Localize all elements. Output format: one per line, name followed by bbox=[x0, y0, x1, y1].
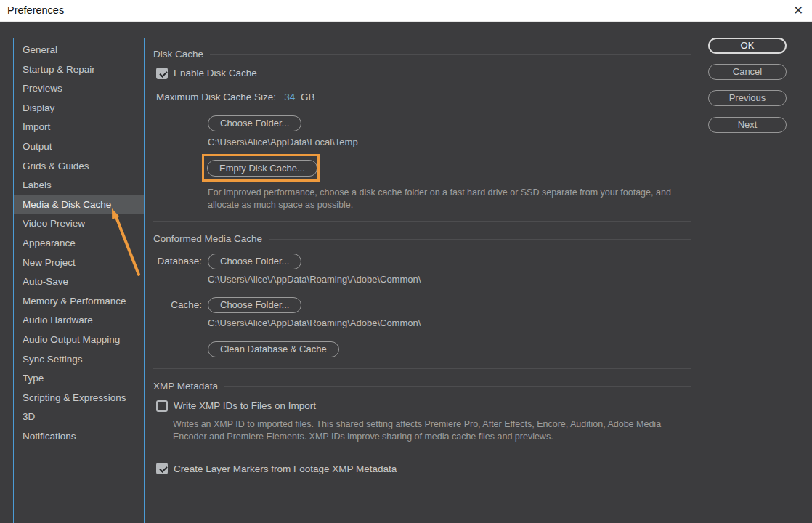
sidebar-item-audio-hardware[interactable]: Audio Hardware bbox=[14, 311, 144, 331]
ok-button[interactable]: OK bbox=[708, 38, 787, 54]
window-title: Preferences bbox=[7, 4, 64, 16]
xmp-metadata-group-title: XMP Metadata bbox=[153, 381, 224, 392]
enable-disk-cache-checkbox[interactable] bbox=[156, 68, 168, 79]
sidebar-item-new-project[interactable]: New Project bbox=[14, 254, 144, 273]
sidebar-item-startup-repair[interactable]: Startup & Repair bbox=[14, 60, 144, 80]
close-icon[interactable]: ✕ bbox=[790, 3, 806, 19]
sidebar-item-video-preview[interactable]: Video Preview bbox=[14, 214, 144, 234]
cache-path: C:\Users\Alice\AppData\Roaming\Adobe\Com… bbox=[208, 317, 421, 328]
sidebar-item-media-disk-cache[interactable]: Media & Disk Cache bbox=[14, 195, 144, 215]
create-layer-markers-checkbox[interactable] bbox=[156, 463, 168, 474]
sidebar-item-memory-performance[interactable]: Memory & Performance bbox=[14, 292, 144, 312]
sidebar-item-auto-save[interactable]: Auto-Save bbox=[14, 272, 144, 292]
dialog-body: GeneralStartup & RepairPreviewsDisplayIm… bbox=[0, 22, 812, 523]
database-choose-folder-button[interactable]: Choose Folder... bbox=[208, 254, 301, 269]
disk-cache-group-title: Disk Cache bbox=[153, 49, 210, 60]
max-disk-cache-size-row: Maximum Disk Cache Size: 34 GB bbox=[156, 92, 314, 102]
sidebar-item-labels[interactable]: Labels bbox=[14, 176, 144, 195]
xmp-metadata-group: XMP Metadata Write XMP IDs to Files on I… bbox=[153, 386, 691, 485]
write-xmp-ids-label: Write XMP IDs to Files on Import bbox=[174, 400, 316, 411]
sidebar-list: GeneralStartup & RepairPreviewsDisplayIm… bbox=[13, 38, 145, 523]
disk-cache-description-line2: allocate as much space as possible. bbox=[208, 199, 353, 211]
sidebar-item-general[interactable]: General bbox=[14, 41, 144, 60]
write-xmp-ids-description-line2: Encoder and Premiere Elements. XMP IDs i… bbox=[173, 431, 553, 443]
create-layer-markers-label: Create Layer Markers from Footage XMP Me… bbox=[174, 463, 397, 474]
sidebar-item-import[interactable]: Import bbox=[14, 118, 144, 137]
sidebar-item-notifications[interactable]: Notifications bbox=[14, 427, 144, 447]
sidebar-item-output[interactable]: Output bbox=[14, 137, 144, 157]
title-bar: Preferences ✕ bbox=[0, 0, 812, 22]
sidebar-item-display[interactable]: Display bbox=[14, 99, 144, 118]
write-xmp-ids-checkbox[interactable] bbox=[156, 400, 168, 412]
clean-database-cache-button[interactable]: Clean Database & Cache bbox=[208, 341, 339, 357]
database-path: C:\Users\Alice\AppData\Roaming\Adobe\Com… bbox=[208, 274, 421, 285]
cache-label: Cache: bbox=[153, 299, 202, 310]
cache-choose-folder-button[interactable]: Choose Folder... bbox=[208, 297, 301, 313]
sidebar-item-appearance[interactable]: Appearance bbox=[14, 234, 144, 254]
sidebar-item-sync-settings[interactable]: Sync Settings bbox=[14, 350, 144, 370]
max-disk-cache-size-value[interactable]: 34 bbox=[284, 92, 295, 102]
sidebar-item-previews[interactable]: Previews bbox=[14, 79, 144, 99]
next-button[interactable]: Next bbox=[708, 117, 787, 133]
sidebar-item-3d[interactable]: 3D bbox=[14, 408, 144, 427]
database-label: Database: bbox=[153, 256, 202, 267]
write-xmp-ids-description-line1: Writes an XMP ID to imported files. This… bbox=[173, 418, 661, 431]
conformed-media-cache-group-title: Conformed Media Cache bbox=[153, 233, 269, 244]
disk-cache-folder-path: C:\Users\Alice\AppData\Local\Temp bbox=[208, 137, 358, 147]
max-disk-cache-size-label: Maximum Disk Cache Size: bbox=[156, 92, 276, 102]
max-disk-cache-size-unit: GB bbox=[301, 92, 315, 102]
enable-disk-cache-label: Enable Disk Cache bbox=[174, 68, 257, 78]
disk-cache-group: Disk Cache Enable Disk Cache Maximum Dis… bbox=[153, 54, 691, 222]
sidebar-item-grids-guides[interactable]: Grids & Guides bbox=[14, 157, 144, 177]
preferences-window: Preferences ✕ GeneralStartup & RepairPre… bbox=[0, 0, 812, 523]
cancel-button[interactable]: Cancel bbox=[708, 64, 787, 80]
conformed-media-cache-group: Conformed Media Cache Database: Choose F… bbox=[153, 239, 691, 369]
sidebar-item-scripting-expressions[interactable]: Scripting & Expressions bbox=[14, 389, 144, 408]
disk-cache-choose-folder-button[interactable]: Choose Folder... bbox=[208, 115, 301, 131]
empty-disk-cache-button[interactable]: Empty Disk Cache... bbox=[207, 160, 317, 177]
sidebar-item-audio-output-mapping[interactable]: Audio Output Mapping bbox=[14, 331, 144, 350]
sidebar-item-type[interactable]: Type bbox=[14, 369, 144, 389]
disk-cache-description-line1: For improved performance, choose a disk … bbox=[208, 187, 671, 199]
previous-button[interactable]: Previous bbox=[708, 90, 787, 106]
